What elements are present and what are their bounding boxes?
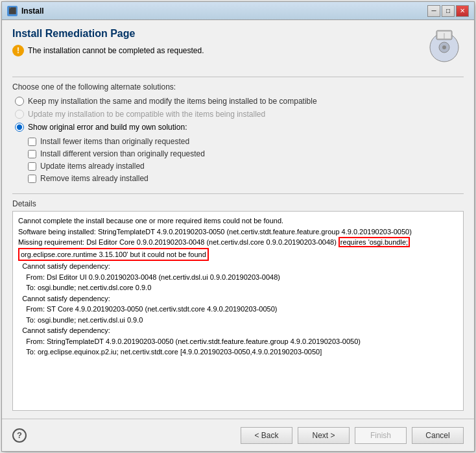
warning-icon: ! bbox=[12, 45, 24, 56]
next-button[interactable]: Next > bbox=[298, 427, 350, 444]
checkbox-label-1: Install fewer items than originally requ… bbox=[40, 137, 189, 146]
checkbox-2[interactable] bbox=[28, 150, 36, 158]
close-button[interactable]: ✕ bbox=[456, 5, 469, 17]
window-controls: ─ □ ✕ bbox=[427, 5, 469, 17]
checkbox-row-3[interactable]: Update items already installed bbox=[28, 162, 464, 171]
window-title: Install bbox=[21, 6, 427, 16]
divider-middle bbox=[12, 193, 464, 194]
radio-option-1[interactable] bbox=[15, 97, 24, 106]
title-bar: ⬛ Install ─ □ ✕ bbox=[2, 2, 474, 20]
page-title: Install Remediation Page bbox=[12, 28, 204, 40]
cancel-button[interactable]: Cancel bbox=[412, 427, 464, 444]
footer-left: ? bbox=[12, 428, 27, 443]
radio-group: Keep my installation the same and modify… bbox=[12, 97, 464, 132]
help-button[interactable]: ? bbox=[12, 428, 27, 443]
checkbox-label-4: Remove items already installed bbox=[40, 174, 149, 183]
radio-row-3[interactable]: Show original error and build my own sol… bbox=[15, 123, 464, 132]
top-section: Install Remediation Page ! The installat… bbox=[12, 28, 464, 64]
main-window: ⬛ Install ─ □ ✕ Install Remediation Page… bbox=[1, 1, 475, 452]
radio-option-2[interactable] bbox=[15, 110, 24, 119]
checkbox-row-4[interactable]: Remove items already installed bbox=[28, 174, 464, 183]
radio-option-3[interactable] bbox=[15, 123, 24, 132]
radio-label-2: Update my installation to be compatible … bbox=[28, 110, 265, 119]
back-button[interactable]: < Back bbox=[241, 427, 292, 444]
details-content: Cannot complete the install because one … bbox=[18, 215, 458, 358]
details-box[interactable]: Cannot complete the install because one … bbox=[12, 211, 464, 411]
checkbox-row-1[interactable]: Install fewer items than originally requ… bbox=[28, 137, 464, 146]
finish-button[interactable]: Finish bbox=[355, 427, 407, 444]
title-and-warning: Install Remediation Page ! The installat… bbox=[12, 28, 204, 56]
radio-row-2[interactable]: Update my installation to be compatible … bbox=[15, 110, 464, 119]
footer-bar: ? < Back Next > Finish Cancel bbox=[2, 419, 474, 451]
radio-row-1[interactable]: Keep my installation the same and modify… bbox=[15, 97, 464, 106]
checkbox-4[interactable] bbox=[28, 175, 36, 183]
checkbox-label-2: Install different version than originall… bbox=[40, 149, 205, 158]
warning-row: ! The installation cannot be completed a… bbox=[12, 45, 204, 56]
details-section: Details Cannot complete the install beca… bbox=[12, 199, 464, 411]
window-icon: ⬛ bbox=[7, 6, 18, 16]
checkboxes-group: Install fewer items than originally requ… bbox=[28, 137, 464, 183]
checkbox-1[interactable] bbox=[28, 138, 36, 146]
svg-point-2 bbox=[442, 45, 446, 49]
divider-top bbox=[12, 77, 464, 77]
radio-label-1: Keep my installation the same and modify… bbox=[28, 97, 317, 106]
warning-text: The installation cannot be completed as … bbox=[28, 46, 204, 55]
radio-label-3: Show original error and build my own sol… bbox=[28, 123, 187, 132]
minimize-button[interactable]: ─ bbox=[427, 5, 440, 17]
restore-button[interactable]: □ bbox=[442, 5, 455, 17]
content-area: Install Remediation Page ! The installat… bbox=[2, 20, 474, 419]
footer-right: < Back Next > Finish Cancel bbox=[241, 427, 464, 444]
checkbox-3[interactable] bbox=[28, 162, 36, 171]
options-label: Choose one of the following alternate so… bbox=[12, 82, 464, 92]
details-label: Details bbox=[12, 199, 464, 208]
checkbox-label-3: Update items already installed bbox=[40, 162, 145, 171]
cd-icon bbox=[425, 28, 464, 64]
checkbox-row-2[interactable]: Install different version than originall… bbox=[28, 149, 464, 158]
